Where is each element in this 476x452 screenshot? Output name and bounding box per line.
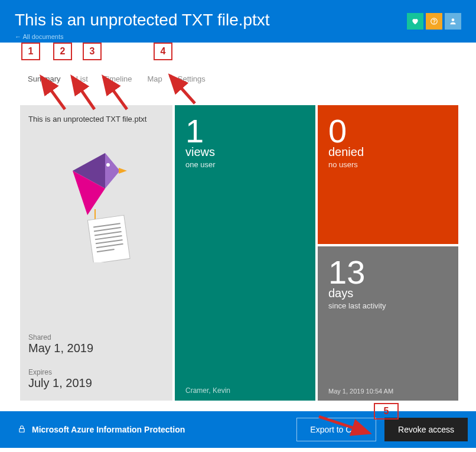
- tab-bar: Summary List Timeline Map Settings: [0, 43, 476, 90]
- expires-label: Expires: [28, 368, 164, 376]
- user-icon[interactable]: [445, 13, 461, 30]
- tab-timeline[interactable]: Timeline: [103, 74, 132, 83]
- svg-point-1: [434, 23, 435, 24]
- days-number: 13: [328, 256, 448, 289]
- views-number: 1: [185, 115, 305, 148]
- page-header: This is an unprotected TXT file.ptxt ← A…: [0, 0, 476, 43]
- back-all-documents-link[interactable]: ← All documents: [15, 33, 64, 40]
- svg-rect-17: [19, 428, 24, 432]
- shared-value: May 1, 2019: [28, 342, 164, 355]
- heart-icon[interactable]: [407, 13, 423, 30]
- revoke-access-button[interactable]: Revoke access: [384, 418, 468, 441]
- views-label: views: [185, 145, 305, 159]
- export-csv-button[interactable]: Export to CSV: [296, 418, 376, 441]
- svg-marker-7: [119, 168, 127, 174]
- footer-brand-text: Microsoft Azure Information Protection: [32, 425, 185, 434]
- expires-block: Expires July 1, 2019: [28, 363, 164, 390]
- tab-summary[interactable]: Summary: [28, 74, 61, 83]
- days-label: days: [328, 287, 448, 300]
- shared-label: Shared: [28, 333, 164, 342]
- lock-icon: [18, 424, 26, 435]
- days-footer: May 1, 2019 10:54 AM: [328, 388, 393, 395]
- right-column: 0 denied no users 13 days since last act…: [318, 105, 458, 401]
- views-footer: Cramer, Kevin: [185, 386, 230, 395]
- footer-brand: Microsoft Azure Information Protection: [18, 424, 185, 435]
- tile-row: This is an unprotected TXT file.ptxt: [8, 90, 468, 401]
- document-filename: This is an unprotected TXT file.ptxt: [28, 115, 164, 123]
- denied-number: 0: [328, 115, 448, 148]
- views-tile[interactable]: 1 views one user Cramer, Kevin: [175, 105, 315, 401]
- days-tile[interactable]: 13 days since last activity May 1, 2019 …: [318, 246, 458, 401]
- footer-bar: Microsoft Azure Information Protection E…: [0, 411, 476, 448]
- svg-rect-9: [87, 215, 130, 262]
- expires-value: July 1, 2019: [28, 376, 164, 390]
- denied-sub: no users: [328, 160, 448, 169]
- content-area: This is an unprotected TXT file.ptxt: [0, 90, 476, 401]
- shared-block: Shared May 1, 2019: [28, 329, 164, 355]
- svg-point-2: [452, 18, 455, 21]
- tab-list[interactable]: List: [76, 74, 88, 83]
- page-title: This is an unprotected TXT file.ptxt: [15, 11, 461, 30]
- tab-map[interactable]: Map: [148, 74, 162, 83]
- days-sub: since last activity: [328, 301, 448, 310]
- denied-label: denied: [328, 145, 448, 159]
- help-icon[interactable]: [426, 13, 442, 30]
- header-icon-group: [407, 13, 461, 30]
- svg-point-6: [106, 163, 110, 167]
- document-illustration: [28, 123, 164, 277]
- views-sub: one user: [185, 160, 305, 169]
- denied-tile[interactable]: 0 denied no users: [318, 105, 458, 244]
- svg-marker-5: [105, 153, 120, 188]
- document-card: This is an unprotected TXT file.ptxt: [20, 105, 172, 401]
- tab-settings[interactable]: Settings: [178, 74, 206, 83]
